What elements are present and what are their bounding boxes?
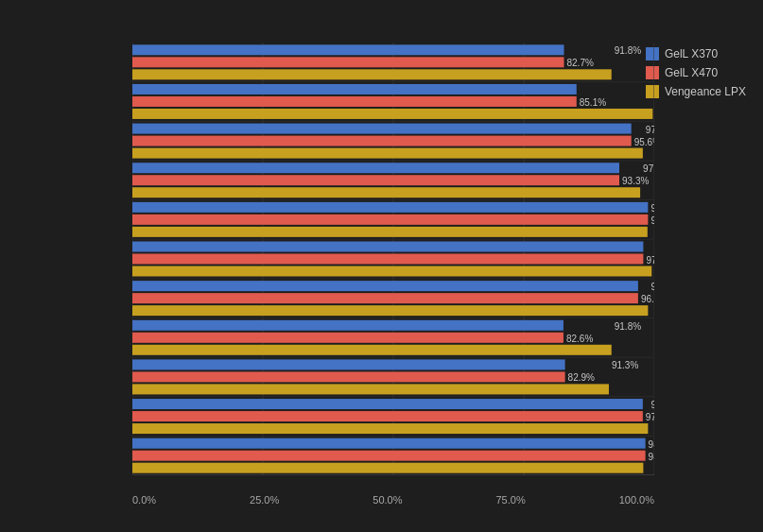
legend-item: Vengeance LPX — [646, 85, 746, 98]
svg-rect-10 — [132, 69, 612, 79]
svg-rect-66 — [132, 384, 609, 394]
svg-rect-55 — [132, 320, 564, 331]
svg-text:97.3%: 97.3% — [643, 163, 654, 174]
svg-text:82.6%: 82.6% — [566, 334, 593, 344]
svg-text:82.7%: 82.7% — [567, 58, 594, 68]
chart-container: GelL X370GelL X470Vengeance LPX 0.0%25.0… — [0, 0, 763, 532]
svg-rect-71 — [132, 411, 643, 421]
svg-text:98.3%: 98.3% — [649, 452, 654, 462]
svg-rect-52 — [132, 305, 648, 316]
x-axis-label: 75.0% — [495, 494, 525, 506]
svg-rect-57 — [132, 333, 564, 343]
svg-rect-41 — [132, 242, 643, 252]
svg-rect-6 — [132, 44, 564, 55]
svg-rect-13 — [132, 84, 577, 94]
svg-rect-38 — [132, 227, 648, 237]
svg-text:98.3%: 98.3% — [649, 439, 654, 450]
svg-text:97.9%: 97.9% — [646, 255, 654, 266]
svg-rect-34 — [132, 202, 648, 213]
svg-text:91.8%: 91.8% — [615, 45, 641, 56]
svg-rect-27 — [132, 163, 619, 173]
svg-text:96.9%: 96.9% — [641, 294, 654, 304]
svg-text:97.8%: 97.8% — [646, 412, 654, 422]
legend-label: GelL X470 — [665, 66, 718, 79]
svg-rect-24 — [132, 148, 643, 159]
legend-label: Vengeance LPX — [665, 85, 746, 98]
svg-text:82.9%: 82.9% — [568, 372, 595, 383]
legend-item: GelL X470 — [646, 66, 746, 79]
svg-rect-36 — [132, 215, 648, 225]
x-axis-label: 50.0% — [373, 494, 402, 506]
x-axis-label: 25.0% — [250, 494, 279, 506]
svg-rect-64 — [132, 371, 565, 382]
x-axis-label: 100.0% — [619, 494, 654, 506]
svg-rect-78 — [132, 451, 646, 461]
chart-svg: 1080p WD291.8%82.7%1440p WD299.7%85.1%10… — [132, 43, 654, 475]
legend: GelL X370GelL X470Vengeance LPX — [646, 47, 746, 98]
svg-rect-62 — [132, 359, 565, 369]
legend-label: GelL X370 — [665, 47, 718, 60]
svg-rect-43 — [132, 254, 643, 265]
svg-rect-73 — [132, 423, 648, 434]
svg-text:93.3%: 93.3% — [622, 176, 649, 186]
svg-text:91.3%: 91.3% — [612, 360, 638, 370]
svg-rect-15 — [132, 96, 577, 107]
svg-text:98.8%: 98.8% — [650, 400, 654, 410]
svg-text:85.1%: 85.1% — [580, 97, 606, 108]
svg-rect-31 — [132, 187, 640, 197]
legend-item: GelL X370 — [646, 47, 746, 60]
svg-text:91.8%: 91.8% — [615, 321, 641, 332]
svg-text:98.8%: 98.8% — [650, 215, 654, 226]
svg-rect-17 — [132, 109, 652, 119]
svg-rect-48 — [132, 281, 638, 291]
svg-rect-76 — [132, 438, 646, 449]
svg-rect-8 — [132, 57, 564, 67]
svg-text:98.8%: 98.8% — [650, 203, 654, 214]
svg-rect-45 — [132, 266, 651, 277]
svg-text:97.8%: 97.8% — [646, 125, 654, 135]
svg-rect-69 — [132, 399, 643, 409]
svg-rect-50 — [132, 293, 638, 303]
svg-text:95.6%: 95.6% — [634, 137, 654, 147]
svg-rect-22 — [132, 136, 632, 146]
svg-text:98.8%: 98.8% — [650, 282, 654, 292]
svg-rect-29 — [132, 175, 619, 185]
x-axis-label: 0.0% — [132, 494, 156, 506]
svg-rect-80 — [132, 463, 643, 473]
svg-rect-59 — [132, 345, 612, 355]
x-axis-labels: 0.0%25.0%50.0%75.0%100.0% — [132, 494, 654, 506]
svg-rect-20 — [132, 124, 632, 134]
